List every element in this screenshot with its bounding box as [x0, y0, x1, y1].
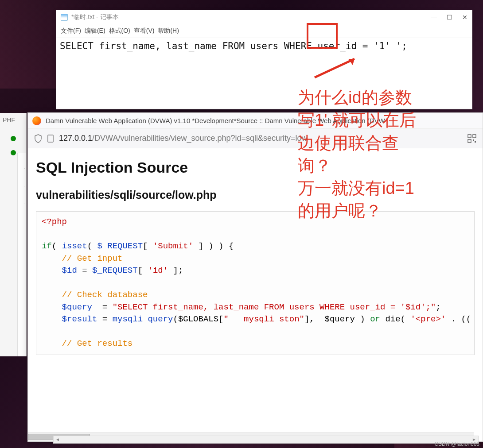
- page-icon[interactable]: [47, 134, 55, 143]
- svg-rect-4: [473, 135, 476, 138]
- source-code[interactable]: <?php if( isset( $_REQUEST[ 'Submit' ] )…: [36, 211, 475, 355]
- menu-help[interactable]: 帮助(H): [158, 27, 179, 35]
- close-button[interactable]: ✕: [462, 14, 467, 21]
- browser-title: Damn Vulnerable Web Application (DVWA) v…: [46, 117, 385, 124]
- annotation-box: [307, 23, 338, 49]
- outer-horizontal-scrollbar[interactable]: ◄ ►: [53, 436, 479, 444]
- breakpoint-icon: [11, 150, 16, 155]
- svg-rect-2: [48, 135, 53, 142]
- maximize-button[interactable]: ☐: [447, 14, 452, 21]
- ide-ruler: ···: [17, 153, 26, 356]
- url-input[interactable]: 127.0.0.1/DVWA/vulnerabilities/view_sour…: [59, 134, 463, 143]
- breakpoint-icon: [11, 136, 16, 141]
- svg-rect-7: [475, 141, 476, 143]
- qr-icon[interactable]: [467, 134, 476, 143]
- ide-sidebar: PHF ···: [0, 113, 27, 356]
- menu-edit[interactable]: 编辑(E): [85, 27, 105, 35]
- notepad-menubar: 文件(F) 编辑(E) 格式(O) 查看(V) 帮助(H): [56, 24, 472, 38]
- menu-file[interactable]: 文件(F): [61, 27, 81, 35]
- notepad-window: *临时.txt - 记事本 — ☐ ✕ 文件(F) 编辑(E) 格式(O) 查看…: [56, 10, 472, 109]
- ide-file-label: PHF: [0, 113, 26, 127]
- firefox-icon: [32, 116, 41, 125]
- scroll-left-icon[interactable]: ◄: [54, 436, 62, 443]
- minimize-button[interactable]: —: [431, 14, 437, 21]
- page-title: SQL Injection Source: [36, 159, 475, 176]
- notepad-titlebar[interactable]: *临时.txt - 记事本 — ☐ ✕: [56, 10, 472, 24]
- svg-rect-5: [468, 139, 471, 143]
- notepad-icon: [61, 14, 68, 21]
- svg-rect-3: [468, 135, 471, 138]
- menu-format[interactable]: 格式(O): [109, 27, 130, 35]
- browser-titlebar[interactable]: Damn Vulnerable Web Application (DVWA) v…: [28, 113, 483, 129]
- address-bar: 127.0.0.1/DVWA/vulnerabilities/view_sour…: [28, 129, 483, 148]
- url-path: /DVWA/vulnerabilities/view_source.php?id…: [92, 134, 308, 143]
- url-domain: 127.0.0.1: [59, 134, 92, 143]
- page-subtitle: vulnerabilities/sqli/source/low.php: [36, 189, 475, 201]
- notepad-title: *临时.txt - 记事本: [71, 13, 119, 21]
- firefox-window: Damn Vulnerable Web Application (DVWA) v…: [27, 112, 483, 442]
- notepad-text: SELECT first_name, last_name FROM users …: [60, 41, 407, 51]
- shield-icon[interactable]: [34, 134, 42, 143]
- page-content: SQL Injection Source vulnerabilities/sql…: [28, 148, 483, 424]
- svg-rect-6: [473, 139, 474, 141]
- menu-view[interactable]: 查看(V): [134, 27, 155, 35]
- notepad-textarea[interactable]: SELECT first_name, last_name FROM users …: [56, 38, 472, 109]
- watermark-text: CSDN @faclon666: [434, 441, 479, 447]
